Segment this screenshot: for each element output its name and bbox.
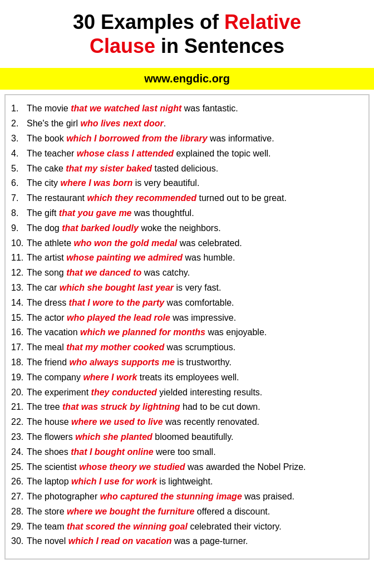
sentence-text: She's the girl who lives next door. [27, 117, 360, 131]
sentence-text: The friend who always supports me is tru… [27, 356, 360, 370]
list-item: The laptop which I use for work is light… [11, 475, 360, 489]
sentence-text: The flowers which she planted bloomed be… [27, 430, 360, 444]
sentence-text: The restaurant which they recommended tu… [27, 192, 360, 205]
sentence-text: The artist whose painting we admired was… [27, 251, 360, 265]
list-item: The teacher whose class I attended expla… [11, 147, 360, 161]
relative-clause: that scored the winning goal [67, 522, 188, 531]
sentence-text: The vacation which we planned for months… [27, 326, 360, 340]
sentence-text: The company where I work treats its empl… [27, 371, 360, 385]
sentence-text: The experiment they conducted yielded in… [27, 386, 360, 400]
relative-clause: which they recommended [87, 193, 197, 203]
url-text: www.engdic.org [144, 72, 230, 85]
relative-clause: that I bought online [71, 447, 153, 457]
list-item: The friend who always supports me is tru… [11, 356, 360, 370]
title-black2: in Sentences [155, 35, 284, 57]
list-item: The experiment they conducted yielded in… [11, 386, 360, 400]
sentence-list: The movie that we watched last night was… [11, 102, 360, 548]
sentence-text: The shoes that I bought online were too … [27, 445, 360, 459]
content-box: The movie that we watched last night was… [4, 94, 370, 560]
relative-clause: whose class I attended [77, 149, 174, 158]
list-item: The car which she bought last year is ve… [11, 281, 360, 295]
relative-clause: that was struck by lightning [62, 402, 180, 411]
relative-clause: they conducted [91, 388, 157, 397]
page-title: 30 Examples of Relative Clause in Senten… [11, 10, 363, 58]
list-item: The scientist whose theory we studied wa… [11, 460, 360, 474]
relative-clause: which we planned for months [80, 327, 205, 337]
relative-clause: who captured the stunning image [100, 492, 242, 501]
sentence-text: The city where I was born is very beauti… [27, 177, 360, 190]
sentence-text: The novel which I read on vacation was a… [27, 535, 360, 548]
list-item: The city where I was born is very beauti… [11, 177, 360, 190]
relative-clause: where I work [83, 373, 137, 382]
list-item: The house where we used to live was rece… [11, 415, 360, 429]
list-item: The gift that you gave me was thoughtful… [11, 207, 360, 220]
relative-clause: that my sister baked [66, 164, 152, 173]
relative-clause: that barked loudly [62, 223, 139, 233]
page-header: 30 Examples of Relative Clause in Senten… [0, 0, 374, 63]
relative-clause: that you gave me [59, 208, 132, 218]
relative-clause: who always supports me [69, 357, 174, 367]
list-item: She's the girl who lives next door. [11, 117, 360, 131]
relative-clause: where we used to live [71, 417, 163, 427]
relative-clause: whose painting we admired [66, 253, 183, 262]
relative-clause: who lives next door [80, 119, 163, 128]
list-item: The novel which I read on vacation was a… [11, 535, 360, 548]
sentence-text: The store where we bought the furniture … [27, 505, 360, 519]
list-item: The book which I borrowed from the libra… [11, 132, 360, 146]
relative-clause: whose theory we studied [79, 462, 185, 472]
list-item: The cake that my sister baked tasted del… [11, 162, 360, 176]
relative-clause: that my mother cooked [66, 342, 164, 352]
list-item: The song that we danced to was catchy. [11, 266, 360, 280]
sentence-text: The tree that was struck by lightning ha… [27, 400, 360, 414]
sentence-text: The car which she bought last year is ve… [27, 281, 360, 295]
list-item: The athlete who won the gold medal was c… [11, 237, 360, 251]
sentence-text: The athlete who won the gold medal was c… [27, 237, 360, 251]
list-item: The artist whose painting we admired was… [11, 251, 360, 265]
relative-clause: which she planted [75, 432, 152, 442]
sentence-text: The book which I borrowed from the libra… [27, 132, 360, 146]
sentence-text: The teacher whose class I attended expla… [27, 147, 360, 161]
list-item: The flowers which she planted bloomed be… [11, 430, 360, 444]
relative-clause: who played the lead role [67, 313, 170, 322]
list-item: The dress that I wore to the party was c… [11, 296, 360, 310]
relative-clause: that we watched last night [71, 104, 181, 113]
title-red2: Clause [90, 35, 155, 57]
sentence-text: The dress that I wore to the party was c… [27, 296, 360, 310]
sentence-text: The meal that my mother cooked was scrum… [27, 341, 360, 355]
sentence-text: The movie that we watched last night was… [27, 102, 360, 116]
relative-clause: who won the gold medal [74, 238, 178, 248]
list-item: The team that scored the winning goal ce… [11, 520, 360, 534]
sentence-text: The team that scored the winning goal ce… [27, 520, 360, 534]
url-bar: www.engdic.org [0, 68, 374, 90]
relative-clause: which I borrowed from the library [66, 134, 207, 143]
list-item: The meal that my mother cooked was scrum… [11, 341, 360, 355]
relative-clause: that we danced to [66, 268, 141, 277]
list-item: The photographer who captured the stunni… [11, 490, 360, 504]
relative-clause: which I use for work [71, 477, 157, 486]
relative-clause: where I was born [60, 178, 132, 188]
relative-clause: where we bought the furniture [67, 507, 194, 516]
list-item: The vacation which we planned for months… [11, 326, 360, 340]
relative-clause: which she bought last year [60, 283, 174, 292]
list-item: The shoes that I bought online were too … [11, 445, 360, 459]
sentence-text: The laptop which I use for work is light… [27, 475, 360, 489]
sentence-text: The song that we danced to was catchy. [27, 266, 360, 280]
sentence-text: The dog that barked loudly woke the neig… [27, 222, 360, 236]
sentence-text: The house where we used to live was rece… [27, 415, 360, 429]
title-red1: Relative [224, 11, 301, 33]
title-black1: 30 Examples of [73, 11, 224, 33]
relative-clause: which I read on vacation [68, 536, 172, 546]
relative-clause: that I wore to the party [69, 298, 165, 307]
list-item: The movie that we watched last night was… [11, 102, 360, 116]
sentence-text: The photographer who captured the stunni… [27, 490, 360, 504]
list-item: The actor who played the lead role was i… [11, 311, 360, 325]
list-item: The restaurant which they recommended tu… [11, 192, 360, 205]
list-item: The store where we bought the furniture … [11, 505, 360, 519]
list-item: The dog that barked loudly woke the neig… [11, 222, 360, 236]
sentence-text: The scientist whose theory we studied wa… [27, 460, 360, 474]
list-item: The company where I work treats its empl… [11, 371, 360, 385]
sentence-text: The actor who played the lead role was i… [27, 311, 360, 325]
sentence-text: The cake that my sister baked tasted del… [27, 162, 360, 176]
sentence-text: The gift that you gave me was thoughtful… [27, 207, 360, 220]
list-item: The tree that was struck by lightning ha… [11, 400, 360, 414]
